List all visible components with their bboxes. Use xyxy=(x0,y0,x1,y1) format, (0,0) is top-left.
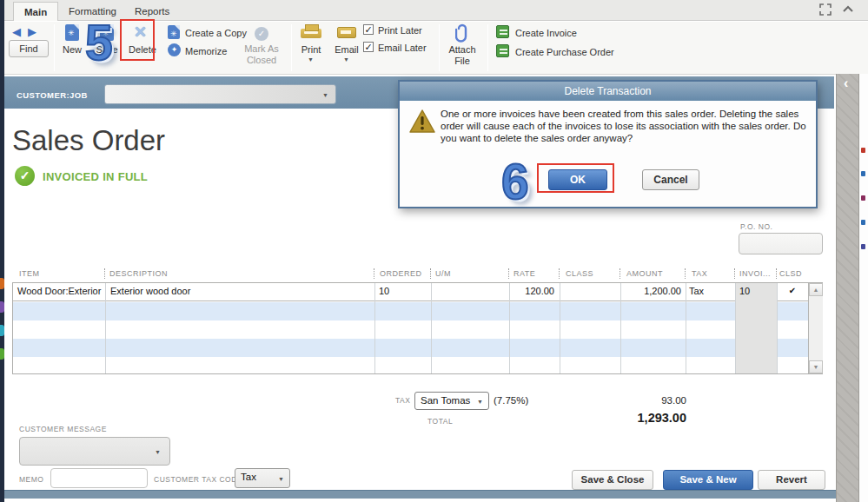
email-later-label[interactable]: Email Later xyxy=(378,43,434,53)
attach-file-button-line2[interactable]: File xyxy=(444,56,480,66)
left-dot-teal-icon xyxy=(0,325,4,336)
col-header-ordered: ORDERED xyxy=(380,269,422,278)
attach-file-icon[interactable] xyxy=(455,23,469,47)
col-header-class: CLASS xyxy=(566,269,593,278)
new-button[interactable]: New xyxy=(56,44,89,55)
cell-ordered[interactable]: 10 xyxy=(379,286,389,296)
item-table: Wood Door:Exterior Exterior wood door 10… xyxy=(12,282,823,374)
create-purchase-order-button[interactable]: Create Purchase Order xyxy=(515,47,637,57)
create-purchase-order-icon[interactable] xyxy=(496,44,509,57)
annotation-step-6: 6 xyxy=(501,153,529,210)
scroll-up-icon[interactable]: ▲ xyxy=(809,283,823,296)
po-number-label: P.O. NO. xyxy=(740,222,772,231)
scroll-down-icon[interactable]: ▼ xyxy=(809,360,823,373)
cell-item[interactable]: Wood Door:Exterior xyxy=(17,286,101,296)
customer-message-label: CUSTOMER MESSAGE xyxy=(19,425,107,433)
cell-tax[interactable]: Tax xyxy=(689,286,704,296)
bottom-window-edge xyxy=(0,490,836,499)
email-later-checkbox[interactable]: ✓ xyxy=(363,42,374,52)
table-row[interactable] xyxy=(13,320,808,339)
forward-arrow-icon[interactable]: ▶ xyxy=(28,25,36,38)
col-header-item: ITEM xyxy=(19,269,40,278)
memorize-icon[interactable]: ✦ xyxy=(168,43,181,56)
cell-closed-check-icon[interactable]: ✔ xyxy=(777,286,808,295)
col-header-clsd: CLSD xyxy=(779,269,802,278)
tab-reports[interactable]: Reports xyxy=(124,2,180,21)
create-invoice-button[interactable]: Create Invoice xyxy=(515,28,593,38)
print-dropdown-icon[interactable]: ▼ xyxy=(308,56,314,63)
toolbar-separator xyxy=(439,24,440,71)
dialog-message: One or more invoices have been created f… xyxy=(441,108,812,144)
quickbooks-sales-order-window: Main Formatting Reports ◀ ▶ Find New Sav… xyxy=(0,0,868,502)
history-panel-collapsed[interactable]: ‹ xyxy=(836,74,859,502)
save-and-close-button[interactable]: Save & Close xyxy=(572,470,653,490)
print-icon[interactable] xyxy=(301,29,321,38)
customer-job-combo[interactable]: ▼ xyxy=(104,84,336,104)
chevron-down-icon[interactable]: ▼ xyxy=(155,449,161,455)
expand-window-icon[interactable] xyxy=(819,3,833,17)
chevron-down-icon[interactable]: ▼ xyxy=(322,92,328,98)
chevron-down-icon[interactable]: ▼ xyxy=(278,476,284,482)
left-dot-green-icon xyxy=(0,348,4,360)
col-header-amount: AMOUNT xyxy=(626,269,663,278)
tax-combo-value: San Tomas xyxy=(421,395,470,406)
cell-invoiced[interactable]: 10 xyxy=(739,286,750,296)
annotation-box-ok xyxy=(537,163,614,193)
chevron-down-icon[interactable]: ▼ xyxy=(477,399,483,405)
total-amount: 1,293.00 xyxy=(565,411,686,425)
customer-tax-code-label: CUSTOMER TAX CODE xyxy=(154,475,242,484)
back-arrow-icon[interactable]: ◀ xyxy=(12,25,21,38)
tax-amount: 93.00 xyxy=(565,395,686,406)
warning-icon xyxy=(409,109,435,137)
memorize-button[interactable]: Memorize xyxy=(185,46,242,56)
create-copy-icon[interactable] xyxy=(168,25,180,39)
annotation-step-5: 5 xyxy=(85,14,113,71)
dialog-title: Delete Transaction xyxy=(400,82,816,101)
customer-tax-code-value: Tax xyxy=(241,472,256,482)
print-later-label[interactable]: Print Later xyxy=(378,25,430,36)
memo-input[interactable] xyxy=(50,468,148,488)
collapse-ribbon-icon[interactable] xyxy=(842,3,856,17)
email-button[interactable]: Email xyxy=(332,44,361,55)
email-icon[interactable] xyxy=(337,27,356,38)
revert-button[interactable]: Revert xyxy=(758,470,825,490)
cancel-button[interactable]: Cancel xyxy=(642,169,699,190)
table-scrollbar[interactable]: ▲ ▼ xyxy=(808,283,823,373)
print-button[interactable]: Print xyxy=(296,44,326,55)
table-row[interactable] xyxy=(13,302,808,320)
print-later-checkbox[interactable]: ✓ xyxy=(363,24,374,35)
page-title: Sales Order xyxy=(12,124,165,157)
attach-file-button-line1[interactable]: Attach xyxy=(444,44,480,55)
left-dot-orange-icon xyxy=(0,278,4,289)
toolbar-separator xyxy=(54,24,55,71)
cell-description[interactable]: Exterior wood door xyxy=(110,286,190,296)
customer-job-label: CUSTOMER:JOB xyxy=(17,90,88,100)
find-button[interactable]: Find xyxy=(9,40,49,57)
chevron-left-icon[interactable]: ‹ xyxy=(844,76,848,91)
tax-combo[interactable]: San Tomas ▼ xyxy=(414,392,489,410)
po-number-input[interactable] xyxy=(739,233,823,254)
mark-as-closed-button-line1: Mark As xyxy=(239,43,284,54)
table-row[interactable] xyxy=(13,339,808,357)
create-invoice-icon[interactable] xyxy=(496,25,509,38)
invoiced-check-icon: ✓ xyxy=(15,166,35,186)
cell-rate[interactable]: 120.00 xyxy=(511,286,554,296)
customer-tax-code-combo[interactable]: Tax ▼ xyxy=(235,468,290,488)
desktop-edge xyxy=(859,74,868,502)
col-header-description: DESCRIPTION xyxy=(109,269,168,278)
create-copy-button[interactable]: Create a Copy xyxy=(185,28,251,38)
status-badge: INVOICED IN FULL xyxy=(43,170,148,183)
tab-main[interactable]: Main xyxy=(13,2,58,21)
email-dropdown-icon[interactable]: ▼ xyxy=(343,56,349,63)
table-row[interactable] xyxy=(13,357,808,375)
col-header-rate: RATE xyxy=(514,269,535,278)
new-icon[interactable] xyxy=(65,24,79,41)
customer-message-combo[interactable]: ▼ xyxy=(19,437,170,466)
toolbar-separator xyxy=(487,24,488,71)
tax-label: TAX xyxy=(395,396,410,405)
memo-label: MEMO xyxy=(19,475,43,484)
annotation-box-delete xyxy=(120,19,155,61)
cell-amount[interactable]: 1,200.00 xyxy=(622,286,681,296)
total-label: TOTAL xyxy=(427,417,453,426)
save-and-new-button[interactable]: Save & New xyxy=(663,470,753,490)
